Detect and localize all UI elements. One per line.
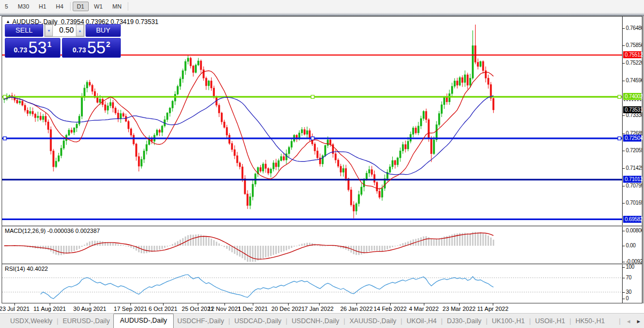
ma-12-line (4, 71, 493, 189)
macd-panel: MACD(12,26,9) -0.000036 0.002387 0.00806… (2, 225, 642, 263)
date-label: 1 Dec 2021 (238, 306, 268, 312)
timeframe-button-d1[interactable]: D1 (73, 2, 89, 11)
tab-scroll-arrows: |◄► (619, 317, 641, 325)
date-label: 7 Jan 2022 (305, 306, 333, 312)
date-axis[interactable]: 23 Jul 202111 Aug 202130 Aug 202117 Sep … (0, 303, 644, 313)
rsi-chart[interactable] (2, 264, 622, 303)
ask-line-dashes (624, 100, 641, 101)
sell-price-sup: 1 (48, 40, 52, 49)
price-tick-0.75220: 0.75220 (623, 60, 642, 66)
horizontal-lines-group[interactable] (2, 55, 622, 220)
date-label: 17 Sep 2021 (114, 306, 147, 312)
volume-stepper: ▼ 0.50 ▲ (44, 24, 84, 37)
chart-window: ▲AUDUSD-,Daily 0.739540.739620.734190.73… (2, 16, 642, 303)
price-tick-0.70795: 0.70795 (623, 183, 642, 189)
macd-histogram (4, 232, 494, 262)
line-handle[interactable] (618, 95, 621, 98)
sell-button[interactable]: SELL (5, 24, 43, 37)
volume-decrease-button[interactable]: ▼ (45, 25, 53, 36)
mt4-terminal: 5M30H1H4D1W1MN ▲AUDUSD-,Daily 0.739540.7… (0, 0, 644, 328)
rsi-axis: 10070300 (622, 264, 642, 303)
chart-tab-ukoil-h4[interactable]: UKOil-,H4 (403, 315, 440, 328)
price-axis[interactable]: 0.764800.758500.752200.745900.733300.726… (622, 17, 642, 225)
chart-tab-usdcnh-daily[interactable]: USDCNH-,Daily (288, 315, 343, 328)
ohlc-open: 0.73954 (61, 18, 84, 26)
price-tick-0.70165: 0.70165 (623, 200, 642, 206)
timeframe-button-h4[interactable]: H4 (52, 2, 68, 11)
date-label: 4 Mar 2022 (409, 306, 439, 312)
chart-tab-uk100-h1[interactable]: UK100-,H1 (488, 315, 529, 328)
macd-axis: 0.0080610.00-0.00928 (622, 227, 642, 263)
sell-price-button[interactable]: 0.73531 (5, 38, 60, 58)
chart-title: ▲AUDUSD-,Daily 0.739540.739620.734190.73… (6, 18, 160, 26)
tab-scroll-right-icon[interactable]: ► (636, 318, 641, 324)
chart-tab-usdchf-daily[interactable]: USDCHF-,Daily (174, 315, 228, 328)
chart-tab-usoil-h1[interactable]: USOil-,H1 (531, 315, 569, 328)
buy-price-button[interactable]: 0.73552 (62, 38, 121, 58)
rsi-tick-100: 100 (623, 264, 642, 270)
ohlc-close: 0.73531 (135, 18, 158, 26)
line-handle[interactable] (311, 95, 314, 98)
chart-tab-bar: USDX,Weekly|EURUSD-,DailyAUDUSD-,DailyUS… (0, 313, 644, 328)
price-badge-0.74002: 0.74002 (623, 93, 641, 100)
date-label: 12 Nov 2021 (208, 306, 241, 312)
chart-tab-usdx-weekly[interactable]: USDX,Weekly (6, 315, 56, 328)
chart-tab-audusd-daily[interactable]: AUDUSD-,Daily (113, 314, 173, 328)
collapse-icon[interactable]: ▲ (6, 19, 10, 24)
buy-button[interactable]: BUY (86, 24, 121, 37)
ohlc-low: 0.73419 (111, 18, 134, 26)
price-panel: ▲AUDUSD-,Daily 0.739540.739620.734190.73… (2, 17, 642, 225)
date-label: 26 Jan 2022 (340, 306, 373, 312)
chart-tab-dj30-daily[interactable]: DJ30-,Daily (443, 315, 485, 328)
timeframe-button-h1[interactable]: H1 (35, 2, 51, 11)
date-label: 20 Dec 2021 (271, 306, 305, 312)
price-tick-0.76480: 0.76480 (623, 25, 642, 32)
macd-label: MACD(12,26,9) -0.000036 0.002387 (5, 228, 100, 234)
price-badge-0.72504: 0.72504 (623, 135, 641, 142)
volume-value[interactable]: 0.50 (53, 25, 76, 36)
buy-price-big: 55 (87, 40, 105, 56)
date-label: 23 Jul 2021 (0, 306, 29, 312)
price-tick-0.73330: 0.73330 (623, 112, 642, 119)
date-label: 11 Apr 2022 (477, 306, 509, 312)
chart-tab-hk50-h1[interactable]: HK50-,H1 (572, 315, 609, 328)
line-handle[interactable] (3, 137, 6, 140)
timeframe-button-5[interactable]: 5 (1, 2, 12, 11)
date-label: 30 Aug 2021 (73, 306, 106, 312)
chart-tab-usdcad-daily[interactable]: USDCAD-,Daily (230, 315, 285, 328)
date-label: 14 Feb 2022 (374, 306, 407, 312)
rsi-label: RSI(14) 40.4022 (5, 265, 48, 272)
buy-price-sup: 2 (106, 40, 111, 49)
price-badge-0.75512: 0.75512 (623, 51, 641, 58)
price-badge-0.69582: 0.69582 (623, 216, 641, 223)
sell-price-big: 53 (28, 40, 46, 56)
rsi-tick-70: 70 (623, 275, 642, 281)
symbol-period: AUDUSD-,Daily (12, 18, 58, 26)
timeframe-toolbar: 5M30H1H4D1W1MN (0, 0, 644, 13)
date-label: 11 Aug 2021 (34, 306, 66, 312)
date-label: 23 Mar 2022 (443, 306, 476, 312)
volume-increase-button[interactable]: ▲ (76, 25, 84, 36)
macd-tick-0.00: 0.00 (623, 243, 642, 249)
timeframe-button-mn[interactable]: MN (108, 2, 126, 11)
line-handle[interactable] (618, 137, 621, 140)
rsi-line (41, 275, 494, 299)
chart-tab-eurusd-daily[interactable]: EURUSD-,Daily (59, 315, 113, 328)
timeframe-button-w1[interactable]: W1 (90, 2, 107, 11)
toolbar-separator (70, 2, 71, 11)
timeframe-button-m30[interactable]: M30 (13, 2, 33, 11)
macd-signal-line (4, 233, 493, 259)
rsi-panel: RSI(14) 40.4022 10070300 (2, 263, 642, 303)
price-badge-0.73531: 0.73531 (623, 106, 641, 113)
line-handle[interactable] (3, 95, 6, 98)
rsi-tick-0: 0 (623, 295, 642, 302)
line-handle[interactable] (311, 137, 314, 140)
macd-tick-0.008061: 0.008061 (623, 228, 642, 234)
tab-scroll-left-icon[interactable]: ◄ (626, 318, 631, 324)
sell-price-prefix: 0.73 (14, 46, 27, 54)
price-badge-0.71013: 0.71013 (623, 176, 641, 183)
price-tick-0.74590: 0.74590 (623, 77, 642, 84)
ma-30-line (4, 96, 493, 175)
tab-separator: | (619, 317, 620, 325)
chart-tab-xauusd-daily[interactable]: XAUUSD-,Daily (346, 315, 400, 328)
